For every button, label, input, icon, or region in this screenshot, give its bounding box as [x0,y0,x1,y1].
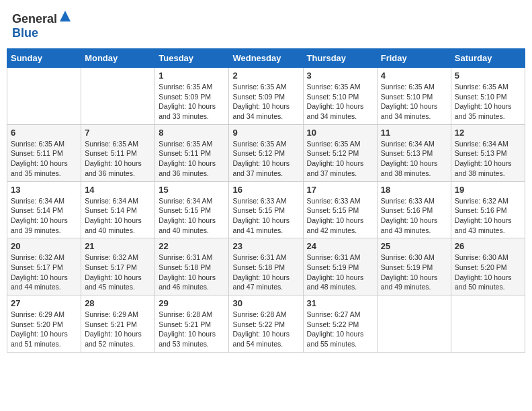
day-of-week-header: Thursday [303,49,377,68]
day-info: Sunrise: 6:35 AM Sunset: 5:10 PM Dayligh… [455,82,521,122]
calendar-cell: 18Sunrise: 6:33 AM Sunset: 5:16 PM Dayli… [377,181,451,238]
calendar-cell: 31Sunrise: 6:27 AM Sunset: 5:22 PM Dayli… [303,295,377,353]
calendar-cell: 5Sunrise: 6:35 AM Sunset: 5:10 PM Daylig… [451,68,525,125]
calendar-cell: 19Sunrise: 6:32 AM Sunset: 5:16 PM Dayli… [451,181,525,238]
day-info: Sunrise: 6:28 AM Sunset: 5:21 PM Dayligh… [159,310,225,349]
day-info: Sunrise: 6:31 AM Sunset: 5:18 PM Dayligh… [159,253,225,292]
day-info: Sunrise: 6:35 AM Sunset: 5:09 PM Dayligh… [159,82,225,122]
day-info: Sunrise: 6:34 AM Sunset: 5:13 PM Dayligh… [381,139,447,179]
calendar-cell: 29Sunrise: 6:28 AM Sunset: 5:21 PM Dayli… [155,295,229,353]
day-number: 5 [455,71,521,81]
calendar-cell [81,68,155,125]
day-number: 8 [159,128,225,138]
day-number: 11 [381,128,447,138]
calendar-cell: 14Sunrise: 6:34 AM Sunset: 5:14 PM Dayli… [81,181,155,238]
day-info: Sunrise: 6:32 AM Sunset: 5:17 PM Dayligh… [85,253,151,292]
calendar-cell: 3Sunrise: 6:35 AM Sunset: 5:10 PM Daylig… [303,68,377,125]
calendar-cell: 27Sunrise: 6:29 AM Sunset: 5:20 PM Dayli… [7,295,81,353]
day-info: Sunrise: 6:35 AM Sunset: 5:10 PM Dayligh… [307,82,373,122]
day-number: 14 [85,185,151,195]
calendar-week-row: 13Sunrise: 6:34 AM Sunset: 5:14 PM Dayli… [7,181,525,238]
day-number: 1 [159,71,225,81]
calendar-cell: 17Sunrise: 6:33 AM Sunset: 5:15 PM Dayli… [303,181,377,238]
day-info: Sunrise: 6:29 AM Sunset: 5:21 PM Dayligh… [85,310,151,349]
calendar-week-row: 20Sunrise: 6:32 AM Sunset: 5:17 PM Dayli… [7,238,525,295]
day-info: Sunrise: 6:32 AM Sunset: 5:16 PM Dayligh… [455,196,521,236]
day-number: 30 [232,298,299,308]
day-info: Sunrise: 6:35 AM Sunset: 5:12 PM Dayligh… [307,139,373,179]
day-number: 4 [381,71,447,81]
day-number: 3 [307,71,373,81]
calendar-cell: 20Sunrise: 6:32 AM Sunset: 5:17 PM Dayli… [7,238,81,295]
day-of-week-header: Wednesday [229,49,303,68]
day-info: Sunrise: 6:33 AM Sunset: 5:15 PM Dayligh… [307,196,373,236]
calendar-cell: 2Sunrise: 6:35 AM Sunset: 5:09 PM Daylig… [229,68,303,125]
day-info: Sunrise: 6:32 AM Sunset: 5:17 PM Dayligh… [11,253,77,292]
day-number: 31 [307,298,373,308]
day-of-week-header: Sunday [7,49,81,68]
svg-marker-0 [60,11,71,21]
day-info: Sunrise: 6:35 AM Sunset: 5:12 PM Dayligh… [232,139,299,179]
calendar-table: SundayMondayTuesdayWednesdayThursdayFrid… [7,48,525,353]
day-number: 27 [11,298,77,308]
day-number: 25 [381,241,447,251]
day-number: 9 [232,128,299,138]
calendar-cell [377,295,451,353]
calendar-cell: 22Sunrise: 6:31 AM Sunset: 5:18 PM Dayli… [155,238,229,295]
day-info: Sunrise: 6:34 AM Sunset: 5:14 PM Dayligh… [85,196,151,236]
calendar-header-row: SundayMondayTuesdayWednesdayThursdayFrid… [7,49,525,68]
day-number: 15 [159,185,225,195]
day-of-week-header: Monday [81,49,155,68]
calendar-cell: 16Sunrise: 6:33 AM Sunset: 5:15 PM Dayli… [229,181,303,238]
day-info: Sunrise: 6:34 AM Sunset: 5:13 PM Dayligh… [455,139,521,179]
day-number: 28 [85,298,151,308]
calendar-cell: 13Sunrise: 6:34 AM Sunset: 5:14 PM Dayli… [7,181,81,238]
day-number: 26 [455,241,521,251]
calendar-cell [7,68,81,125]
calendar-cell: 30Sunrise: 6:28 AM Sunset: 5:22 PM Dayli… [229,295,303,353]
calendar-cell: 15Sunrise: 6:34 AM Sunset: 5:15 PM Dayli… [155,181,229,238]
day-info: Sunrise: 6:35 AM Sunset: 5:09 PM Dayligh… [232,82,299,122]
day-info: Sunrise: 6:33 AM Sunset: 5:15 PM Dayligh… [232,196,299,236]
day-info: Sunrise: 6:35 AM Sunset: 5:11 PM Dayligh… [159,139,225,179]
calendar-cell: 26Sunrise: 6:30 AM Sunset: 5:20 PM Dayli… [451,238,525,295]
calendar-cell [451,295,525,353]
calendar-cell: 7Sunrise: 6:35 AM Sunset: 5:11 PM Daylig… [81,124,155,181]
calendar-cell: 1Sunrise: 6:35 AM Sunset: 5:09 PM Daylig… [155,68,229,125]
day-number: 23 [232,241,299,251]
day-number: 29 [159,298,225,308]
calendar-cell: 24Sunrise: 6:31 AM Sunset: 5:19 PM Dayli… [303,238,377,295]
day-of-week-header: Saturday [451,49,525,68]
day-number: 21 [85,241,151,251]
calendar-cell: 21Sunrise: 6:32 AM Sunset: 5:17 PM Dayli… [81,238,155,295]
calendar-week-row: 27Sunrise: 6:29 AM Sunset: 5:20 PM Dayli… [7,295,525,353]
day-info: Sunrise: 6:30 AM Sunset: 5:19 PM Dayligh… [381,253,447,292]
day-number: 6 [11,128,77,138]
day-number: 13 [11,185,77,195]
day-info: Sunrise: 6:33 AM Sunset: 5:16 PM Dayligh… [381,196,447,236]
calendar-cell: 4Sunrise: 6:35 AM Sunset: 5:10 PM Daylig… [377,68,451,125]
calendar-cell: 8Sunrise: 6:35 AM Sunset: 5:11 PM Daylig… [155,124,229,181]
logo: General Blue [12,9,71,40]
day-info: Sunrise: 6:30 AM Sunset: 5:20 PM Dayligh… [455,253,521,292]
calendar-week-row: 1Sunrise: 6:35 AM Sunset: 5:09 PM Daylig… [7,68,525,125]
day-number: 10 [307,128,373,138]
day-number: 19 [455,185,521,195]
logo-general: General [12,12,57,26]
calendar-week-row: 6Sunrise: 6:35 AM Sunset: 5:11 PM Daylig… [7,124,525,181]
day-number: 16 [232,185,299,195]
calendar-cell: 25Sunrise: 6:30 AM Sunset: 5:19 PM Dayli… [377,238,451,295]
day-info: Sunrise: 6:28 AM Sunset: 5:22 PM Dayligh… [232,310,299,349]
calendar-cell: 12Sunrise: 6:34 AM Sunset: 5:13 PM Dayli… [451,124,525,181]
page-header: General Blue [7,7,525,43]
day-number: 24 [307,241,373,251]
day-info: Sunrise: 6:31 AM Sunset: 5:19 PM Dayligh… [307,253,373,292]
day-info: Sunrise: 6:35 AM Sunset: 5:11 PM Dayligh… [85,139,151,179]
day-number: 12 [455,128,521,138]
logo-blue: Blue [12,26,38,40]
day-of-week-header: Friday [377,49,451,68]
day-number: 20 [11,241,77,251]
day-info: Sunrise: 6:27 AM Sunset: 5:22 PM Dayligh… [307,310,373,349]
day-number: 2 [232,71,299,81]
day-number: 18 [381,185,447,195]
